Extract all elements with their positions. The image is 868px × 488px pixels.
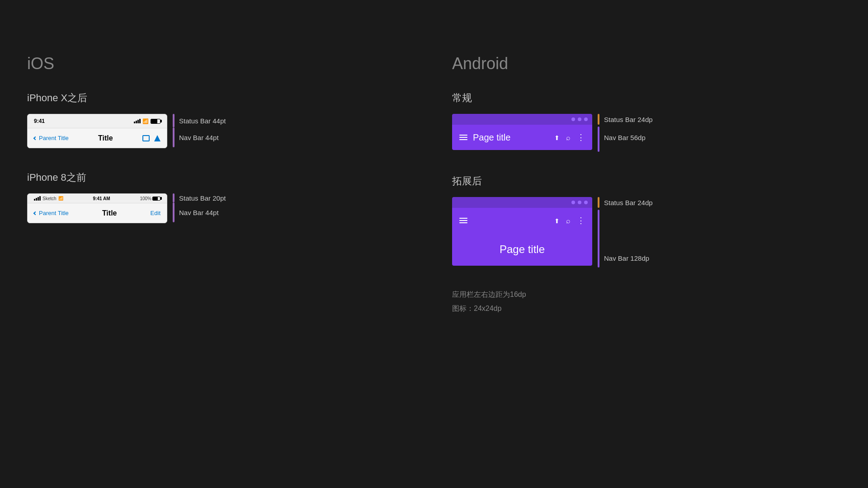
back-button-8: Parent Title (34, 210, 69, 216)
iphone-8-nav-bar: Parent Title Title Edit (28, 203, 167, 223)
android-expanded-measurements: Status Bar 24dp Nav Bar 128dp (598, 197, 653, 267)
nav-title: Title (98, 134, 113, 142)
status-measure-line-android (598, 114, 599, 125)
iphone-x-icons: 📶 (134, 118, 160, 124)
nav-bar-measure-8: Nav Bar 44pt (173, 202, 226, 222)
nav-measure-line-android (598, 127, 599, 152)
iphone-x-time: 9:41 (34, 118, 45, 124)
iphone-x-subtitle: iPhone X之后 (27, 91, 416, 105)
android-expanded-subtitle: 拓展后 (452, 174, 841, 188)
android-regular-status-bar (452, 114, 592, 125)
android-expanded-block: 拓展后 (452, 174, 841, 267)
android-expanded-page-title: Page title (500, 243, 545, 256)
android-regular-page-title: Page title (473, 132, 549, 143)
signal-icon-small (34, 196, 41, 201)
iphone-x-status-bar: 9:41 📶 (28, 114, 167, 128)
wifi-small-icon: 📶 (58, 196, 63, 201)
status-bar-measure: Status Bar 44pt (173, 114, 226, 127)
android-regular-measurements: Status Bar 24dp Nav Bar 56dp (598, 114, 653, 152)
signal-icon (134, 119, 141, 123)
nav-title-8: Title (102, 209, 117, 217)
exp-status-dot-3 (584, 201, 588, 204)
status-dot-1 (571, 117, 575, 121)
exp-status-dot-1 (571, 201, 575, 204)
nav-bar-label-8: Nav Bar 44pt (179, 209, 219, 216)
nav-bar-measure: Nav Bar 44pt (173, 127, 226, 147)
status-bar-label-8: Status Bar 20pt (179, 194, 226, 202)
back-button: Parent Title (34, 135, 69, 141)
status-left: Sketch 📶 (34, 196, 63, 201)
android-toolbar-top (452, 208, 592, 233)
android-nav-label: Nav Bar 56dp (604, 125, 653, 150)
rect-icon (142, 135, 150, 141)
android-expanded-mockup: Page title (452, 197, 592, 266)
nav-right-icons (142, 135, 160, 141)
status-dot-3 (584, 117, 588, 121)
exp-measure-lines-col (598, 197, 599, 267)
android-regular-block: 常规 Page title (452, 91, 841, 152)
battery-icon (151, 119, 160, 124)
pen-icon (154, 135, 160, 141)
android-expanded-nav-bar: Page title (452, 208, 592, 266)
status-right: 100% (140, 196, 160, 201)
android-regular-subtitle: 常规 (452, 91, 841, 105)
android-section-title: Android (452, 54, 841, 73)
menu-icon (459, 135, 467, 140)
status-bar-measure-8: Status Bar 20pt (173, 193, 226, 202)
chevron-icon (33, 136, 37, 140)
menu-icon-exp (459, 218, 467, 223)
share-icon-exp (554, 216, 560, 225)
android-status-label: Status Bar 24dp (604, 114, 653, 125)
search-icon (566, 133, 571, 142)
iphone-8-block: iPhone 8之前 Sketch 📶 9:41 AM (27, 171, 416, 223)
edit-button[interactable]: Edit (151, 210, 160, 216)
ios-section-title: iOS (27, 54, 416, 73)
iphone-x-measurements: Status Bar 44pt Nav Bar 44pt (173, 114, 226, 147)
android-regular-mockup: Page title (452, 114, 592, 150)
exp-status-dot-2 (578, 201, 581, 204)
icon-size-note: 图标：24x24dp (452, 304, 841, 314)
status-bar-label: Status Bar 44pt (179, 117, 226, 125)
android-expanded-status-bar (452, 197, 592, 208)
nav-measure-line (173, 127, 175, 147)
parent-title: Parent Title (39, 135, 69, 141)
ios-section: iOS iPhone X之后 9:41 📶 (27, 54, 434, 461)
more-icon-exp (577, 216, 585, 225)
nav-measure-line-8 (173, 202, 175, 222)
status-measure-line-8 (173, 193, 175, 202)
more-icon (577, 132, 585, 142)
android-right-icons-exp (554, 216, 585, 225)
share-icon (554, 133, 560, 142)
iphone-8-measurements: Status Bar 20pt Nav Bar 44pt (173, 193, 226, 222)
iphone-x-mockup: 9:41 📶 Parent Title (27, 114, 167, 148)
iphone-x-nav-bar: Parent Title Title (28, 128, 167, 148)
iphone-x-block: iPhone X之后 9:41 📶 (27, 91, 416, 148)
android-section: Android 常规 Page titl (434, 54, 841, 461)
sketch-label: Sketch (42, 196, 57, 201)
battery-icon-small (152, 197, 160, 201)
nav-bar-label: Nav Bar 44pt (179, 134, 219, 141)
status-measure-line (173, 114, 175, 127)
margin-note: 应用栏左右边距为16dp (452, 290, 841, 300)
iphone-8-subtitle: iPhone 8之前 (27, 171, 416, 184)
exp-nav-measure-line (598, 210, 599, 267)
measure-lines-col (598, 114, 599, 152)
chevron-icon-8 (33, 211, 37, 215)
parent-title-8: Parent Title (39, 210, 69, 216)
exp-status-measure-line (598, 197, 599, 208)
android-toolbar-bottom: Page title (452, 233, 592, 266)
android-right-icons (554, 132, 585, 142)
search-icon-exp (566, 216, 571, 225)
measure-labels-col: Status Bar 24dp Nav Bar 56dp (604, 114, 653, 150)
android-regular-nav-bar: Page title (452, 125, 592, 150)
status-dot-2 (578, 117, 581, 121)
android-exp-nav-label: Nav Bar 128dp (604, 208, 653, 266)
android-notes: 应用栏左右边距为16dp 图标：24x24dp (452, 290, 841, 314)
wifi-icon: 📶 (142, 118, 149, 124)
iphone-8-time: 9:41 AM (93, 196, 110, 201)
iphone-8-mockup: Sketch 📶 9:41 AM 100% Parent T (27, 193, 167, 223)
exp-measure-labels-col: Status Bar 24dp Nav Bar 128dp (604, 197, 653, 266)
iphone-8-status-bar: Sketch 📶 9:41 AM 100% (28, 194, 167, 203)
battery-percent: 100% (140, 196, 151, 201)
android-exp-status-label: Status Bar 24dp (604, 197, 653, 208)
